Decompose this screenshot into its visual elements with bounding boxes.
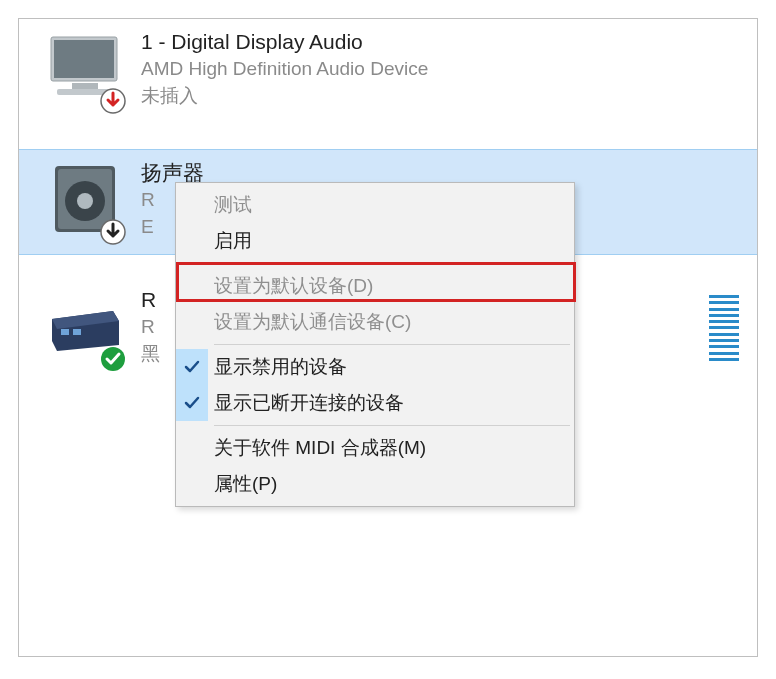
- menu-item-set-default-comm[interactable]: 设置为默认通信设备(C): [176, 304, 574, 340]
- checkmark-badge-icon: [99, 345, 127, 373]
- menu-item-show-disabled[interactable]: 显示禁用的设备: [176, 349, 574, 385]
- menu-item-label: 显示禁用的设备: [214, 354, 347, 380]
- device-title: R: [141, 285, 160, 314]
- menu-item-about-midi[interactable]: 关于软件 MIDI 合成器(M): [176, 430, 574, 466]
- device-title: 1 - Digital Display Audio: [141, 27, 428, 56]
- menu-item-label: 启用: [214, 228, 252, 254]
- level-meter: [709, 295, 739, 361]
- menu-item-show-disconnected[interactable]: 显示已断开连接的设备: [176, 385, 574, 421]
- svg-rect-2: [72, 83, 98, 89]
- monitor-icon: [47, 31, 123, 109]
- device-subtitle: R: [141, 314, 160, 341]
- svg-rect-10: [61, 329, 69, 335]
- menu-item-label: 设置为默认设备(D): [214, 273, 373, 299]
- device-row[interactable]: 1 - Digital Display Audio AMD High Defin…: [19, 19, 757, 125]
- menu-item-properties[interactable]: 属性(P): [176, 466, 574, 502]
- device-status: 未插入: [141, 83, 428, 110]
- menu-item-label: 设置为默认通信设备(C): [214, 309, 411, 335]
- menu-item-set-default[interactable]: 设置为默认设备(D): [176, 268, 574, 304]
- checkmark-icon: [176, 349, 208, 385]
- down-arrow-badge-icon: [99, 218, 127, 246]
- down-arrow-badge-icon: [99, 87, 127, 115]
- menu-separator: [214, 344, 570, 345]
- checkmark-icon: [176, 385, 208, 421]
- menu-separator: [214, 425, 570, 426]
- device-subtitle: AMD High Definition Audio Device: [141, 56, 428, 83]
- menu-item-label: 测试: [214, 192, 252, 218]
- svg-rect-1: [54, 40, 114, 78]
- menu-item-label: 关于软件 MIDI 合成器(M): [214, 435, 426, 461]
- svg-rect-11: [73, 329, 81, 335]
- menu-item-enable[interactable]: 启用: [176, 223, 574, 259]
- menu-item-test[interactable]: 测试: [176, 187, 574, 223]
- digital-output-icon: [47, 289, 123, 367]
- menu-item-label: 属性(P): [214, 471, 277, 497]
- menu-item-label: 显示已断开连接的设备: [214, 390, 404, 416]
- speaker-icon: [47, 162, 123, 240]
- menu-separator: [214, 263, 570, 264]
- context-menu: 测试 启用 设置为默认设备(D) 设置为默认通信设备(C) 显示禁用的设备 显示…: [175, 182, 575, 507]
- svg-point-8: [77, 193, 93, 209]
- device-status: 黑: [141, 341, 160, 368]
